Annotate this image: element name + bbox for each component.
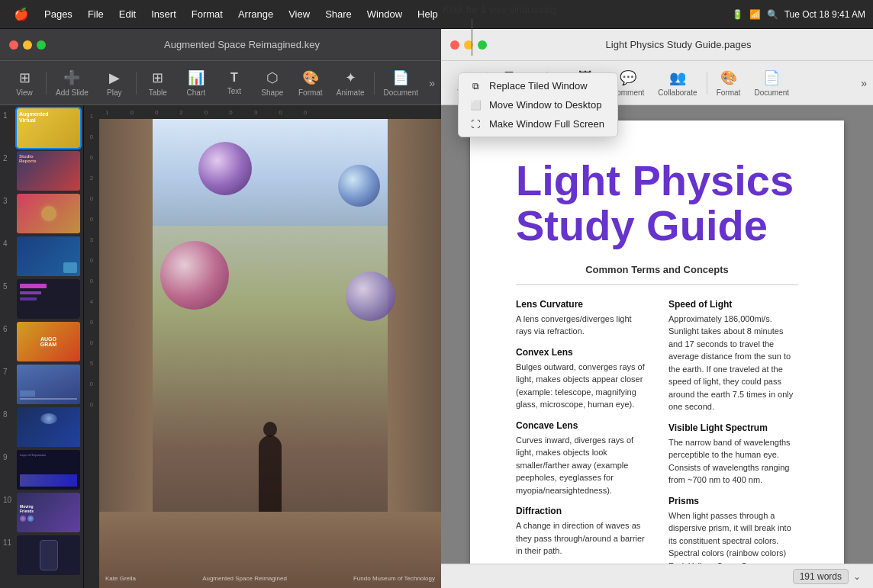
format-label: Format <box>298 88 323 97</box>
slide-thumb-2[interactable]: StudioReports <box>17 151 80 191</box>
document-body: Lens Curvature A lens converges/diverges… <box>516 299 798 564</box>
slide-content: Kate Grella Augmented Space Reimagined F… <box>99 119 441 588</box>
tooltip: Klikk for å vise vindusvalg. <box>443 4 559 15</box>
context-menu-item-fullscreen[interactable]: ⛶ Make Window Full Screen <box>459 114 617 133</box>
keynote-sep-3 <box>374 72 375 95</box>
move-window-icon: ⬜ <box>469 101 482 110</box>
table-label: Table <box>149 88 167 97</box>
keynote-toolbar-play[interactable]: ▶ Play <box>96 66 133 100</box>
view-icon: ⊞ <box>19 69 31 86</box>
word-count-badge[interactable]: 191 words <box>793 569 849 584</box>
menu-insert[interactable]: Insert <box>145 6 182 22</box>
slide-thumb-7[interactable] <box>17 365 80 404</box>
context-menu-item-replace[interactable]: ⧉ Replace Tiled Window <box>459 76 617 95</box>
menu-file[interactable]: File <box>82 6 110 22</box>
menu-arrange[interactable]: Arrange <box>232 6 279 22</box>
slide-number-7: 7 <box>3 365 14 376</box>
menubar-right: 🔋 📶 🔍 Tue Oct 18 9:41 AM <box>732 9 865 20</box>
pages-toolbar-collaborate[interactable]: 👥 Collaborate <box>652 66 703 100</box>
slide-thumb-10[interactable]: Moving Friends <box>17 493 80 532</box>
slide-thumb-5[interactable] <box>17 279 80 319</box>
menu-window[interactable]: Window <box>361 6 408 22</box>
slide-thumb-3[interactable] <box>17 194 80 233</box>
apple-menu[interactable]: 🍎 <box>8 7 35 21</box>
def-convex-lens: Bulges outward, converges rays of light,… <box>516 361 646 411</box>
document-label: Document <box>384 88 419 97</box>
pages-titlebar: Light Physics Study Guide.pages <box>441 29 873 61</box>
replace-tiled-icon: ⧉ <box>469 82 482 91</box>
term-diffraction: Diffraction <box>516 506 646 516</box>
view-label: View <box>16 88 33 97</box>
slide-number-4: 4 <box>3 236 14 248</box>
pages-format-label: Format <box>717 88 741 97</box>
wifi-icon: 📶 <box>749 9 761 20</box>
doc-left-column: Lens Curvature A lens converges/diverges… <box>516 299 646 564</box>
keynote-close-button[interactable] <box>9 40 18 50</box>
context-menu-item-move[interactable]: ⬜ Move Window to Desktop <box>459 95 617 114</box>
battery-icon: 🔋 <box>732 9 743 20</box>
keynote-traffic-lights <box>9 40 46 50</box>
slide-thumb-11[interactable] <box>17 535 80 575</box>
context-menu-label-replace: Replace Tiled Window <box>489 80 588 92</box>
keynote-toolbar-addslide[interactable]: ➕ Add Slide <box>50 66 95 100</box>
list-item: 11 <box>3 535 80 575</box>
keynote-body: 1 AugmentedVirtual 2 StudioReports 3 <box>0 105 441 588</box>
play-label: Play <box>107 88 121 97</box>
slide-number-8: 8 <box>3 407 14 419</box>
keynote-toolbar-table[interactable]: ⊞ Table <box>140 66 176 100</box>
slide-thumb-4[interactable] <box>17 236 80 276</box>
menu-share[interactable]: Share <box>319 6 358 22</box>
slide-caption: Kate Grella Augmented Space Reimagined F… <box>99 575 441 582</box>
slide-number-11: 11 <box>3 535 14 547</box>
list-item: 7 <box>3 365 80 404</box>
def-lens-curvature: A lens converges/diverges light rays via… <box>516 313 646 338</box>
menu-format[interactable]: Format <box>185 6 229 22</box>
slide-thumb-1[interactable]: AugmentedVirtual <box>17 108 80 148</box>
pages-toolbar-document[interactable]: 📄 Document <box>749 66 796 100</box>
keynote-toolbar-more[interactable]: » <box>429 77 435 89</box>
pages-toolbar-more[interactable]: » <box>861 77 867 89</box>
slide-thumb-6[interactable]: AUGO GRAM <box>17 322 80 361</box>
text-label: Text <box>227 87 241 95</box>
search-icon[interactable]: 🔍 <box>767 9 778 20</box>
slide-number-2: 2 <box>3 151 14 162</box>
menu-view[interactable]: View <box>282 6 316 22</box>
slide-caption-center: Augmented Space Reimagined <box>202 575 287 582</box>
keynote-toolbar-animate[interactable]: ✦ Animate <box>330 66 371 100</box>
slide-thumb-8[interactable] <box>17 407 80 447</box>
keynote-fullscreen-button[interactable] <box>37 40 46 50</box>
pages-close-button[interactable] <box>450 40 459 50</box>
slide-caption-left: Kate Grella <box>105 575 136 582</box>
pages-body: Light Physics Study Guide Common Terms a… <box>441 105 873 564</box>
chart-label: Chart <box>187 88 205 97</box>
pages-traffic-lights <box>450 40 487 50</box>
term-lens-curvature: Lens Curvature <box>516 299 646 310</box>
text-icon: T <box>230 71 238 85</box>
menubar: 🍎 Pages File Edit Insert Format Arrange … <box>0 0 873 29</box>
pages-toolbar-format[interactable]: 🎨 Format <box>710 66 747 100</box>
slide-number-1: 1 <box>3 108 14 120</box>
keynote-toolbar-document[interactable]: 📄 Document <box>378 66 425 100</box>
def-concave-lens: Curves inward, diverges rays of light, m… <box>516 434 646 497</box>
menu-help[interactable]: Help <box>411 6 444 22</box>
keynote-toolbar-format[interactable]: 🎨 Format <box>292 66 329 100</box>
list-item: 8 <box>3 407 80 447</box>
term-concave-lens: Concave Lens <box>516 420 646 431</box>
slide-thumb-9[interactable]: Layer of Expansion <box>17 450 80 490</box>
keynote-toolbar-text[interactable]: T Text <box>216 68 253 98</box>
keynote-sep-1 <box>46 72 47 95</box>
menu-edit[interactable]: Edit <box>113 6 142 22</box>
menu-pages[interactable]: Pages <box>38 6 79 22</box>
keynote-toolbar-view[interactable]: ⊞ View <box>6 66 43 100</box>
pages-fullscreen-button[interactable] <box>478 40 487 50</box>
keynote-minimize-button[interactable] <box>23 40 32 50</box>
word-count-chevron[interactable]: ⌄ <box>853 571 861 582</box>
term-speed-of-light: Speed of Light <box>668 299 798 310</box>
play-icon: ▶ <box>109 69 120 86</box>
list-item: 3 <box>3 194 80 233</box>
term-convex-lens: Convex Lens <box>516 347 646 358</box>
keynote-toolbar-shape[interactable]: ⬡ Shape <box>254 66 291 100</box>
keynote-toolbar-chart[interactable]: 📊 Chart <box>178 66 214 100</box>
addslide-icon: ➕ <box>63 69 80 86</box>
document-divider <box>516 284 798 285</box>
